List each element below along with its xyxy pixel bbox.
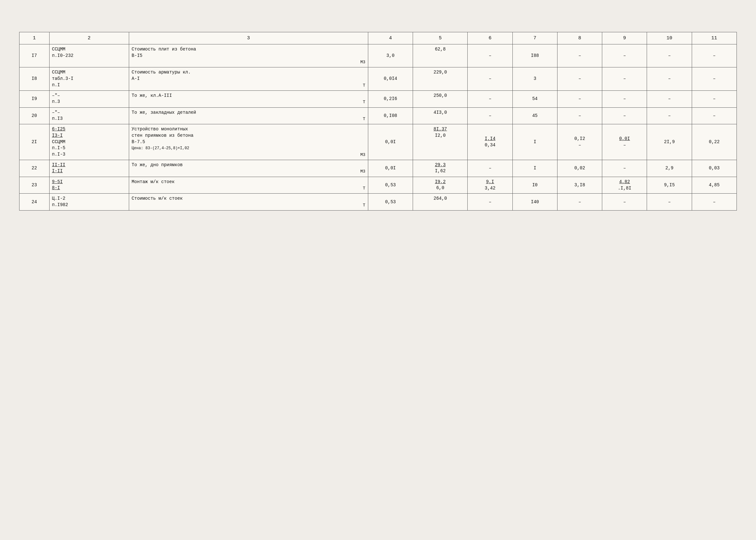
cell-row7-col7: I40 [513,194,557,210]
cell-row3-col7: 45 [513,107,557,124]
cell-row0-col8: – [557,45,602,68]
table-row: 24 Ц.I-2п.I982 Стоимость м/к стоекТ 0,53… [20,194,737,210]
cell-row7-col10: – [647,194,692,210]
cell-row5-col8: 0,02 [557,160,602,177]
col-header-4: 4 [368,32,413,45]
cell-row2-col1: I9 [20,90,50,107]
cell-row2-col6: – [468,90,513,107]
cell-row5-col1: 22 [20,160,50,177]
cell-row4-col3: Устройство монолитныхстен приямков из бе… [129,124,368,160]
cell-row6-col11: 4,85 [692,177,736,194]
cell-row3-col11: – [692,107,736,124]
table-row: 2I 6-I25I3-IССЦММп.I-5п.I-3 Устройство м… [20,124,737,160]
col-header-9: 9 [602,32,647,45]
cell-row7-col4: 0,53 [368,194,413,210]
cell-row6-col8: 3,I8 [557,177,602,194]
col-header-10: 10 [647,32,692,45]
cell-row5-col5: 29,3I,62 [413,160,468,177]
cell-row0-col1: I7 [20,45,50,68]
cell-row0-col9: – [602,45,647,68]
cell-row5-col11: 0,03 [692,160,736,177]
cell-row0-col6: – [468,45,513,68]
cell-row6-col9: 4,82.I,8I [602,177,647,194]
cell-row2-col11: – [692,90,736,107]
cell-row1-col11: – [692,68,736,90]
cell-row1-col4: 0,0I4 [368,68,413,90]
cell-row4-col9: 0,0I– [602,124,647,160]
col-header-2: 2 [49,32,129,45]
cell-row5-col6: – [468,160,513,177]
cell-row3-col2: –"–п.I3 [49,107,129,124]
cell-row3-col9: – [602,107,647,124]
cell-row6-col1: 23 [20,177,50,194]
cell-row1-col5: 229,0 [413,68,468,90]
col-header-6: 6 [468,32,513,45]
cell-row1-col6: – [468,68,513,90]
cell-row5-col7: I [513,160,557,177]
cell-row4-col4: 0,0I [368,124,413,160]
cell-row2-col4: 0,2I6 [368,90,413,107]
table-row: 22 II-III-II То же, дно приямковМ3 0,0I … [20,160,737,177]
col-header-3: 3 [129,32,368,45]
cell-row4-col7: I [513,124,557,160]
main-table: 1 2 3 4 5 6 7 8 9 10 11 I7 ССЦММп.I0-232… [19,32,737,210]
cell-row4-col6: I,I40,34 [468,124,513,160]
cell-row0-col5: 62,8 [413,45,468,68]
col-header-11: 11 [692,32,736,45]
col-header-5: 5 [413,32,468,45]
cell-row4-col10: 2I,9 [647,124,692,160]
cell-row2-col3: То же, кл.А-IIIТ [129,90,368,107]
cell-row6-col10: 9,I5 [647,177,692,194]
cell-row1-col3: Стоимость арматуры кл.А-IТ [129,68,368,90]
cell-row4-col2: 6-I25I3-IССЦММп.I-5п.I-3 [49,124,129,160]
cell-row7-col9: – [602,194,647,210]
cell-row0-col4: 3,0 [368,45,413,68]
cell-row3-col5: 4I3,0 [413,107,468,124]
cell-row4-col1: 2I [20,124,50,160]
col-header-8: 8 [557,32,602,45]
table-row: I8 ССЦММтабл.3-Iп.I Стоимость арматуры к… [20,68,737,90]
cell-row3-col1: 20 [20,107,50,124]
table-row: 20 –"–п.I3 То же, закладных деталейТ 0,I… [20,107,737,124]
cell-row7-col2: Ц.I-2п.I982 [49,194,129,210]
cell-row4-col5: 8I,37I2,0 [413,124,468,160]
cell-row7-col6: – [468,194,513,210]
cell-row2-col7: 54 [513,90,557,107]
cell-row4-col8: 0,I2– [557,124,602,160]
cell-row2-col10: – [647,90,692,107]
table-header-row: 1 2 3 4 5 6 7 8 9 10 11 [20,32,737,45]
cell-row3-col3: То же, закладных деталейТ [129,107,368,124]
table-row: I7 ССЦММп.I0-232 Стоимость плит из бетон… [20,45,737,68]
cell-row6-col4: 0,53 [368,177,413,194]
cell-row0-col11: – [692,45,736,68]
cell-row0-col7: I88 [513,45,557,68]
cell-row0-col2: ССЦММп.I0-232 [49,45,129,68]
cell-row5-col2: II-III-II [49,160,129,177]
cell-row6-col2: 9-5I8-I [49,177,129,194]
cell-row6-col3: Монтаж м/к стоекТ [129,177,368,194]
cell-row3-col6: – [468,107,513,124]
cell-row5-col10: 2,9 [647,160,692,177]
cell-row2-col2: –"–п.3 [49,90,129,107]
cell-row2-col9: – [602,90,647,107]
cell-row5-col9: – [602,160,647,177]
cell-row3-col8: – [557,107,602,124]
cell-row5-col4: 0,0I [368,160,413,177]
cell-row2-col8: – [557,90,602,107]
col-header-7: 7 [513,32,557,45]
cell-row0-col3: Стоимость плит из бетонаВ-I5М3 [129,45,368,68]
cell-row0-col10: – [647,45,692,68]
cell-row2-col5: 250,0 [413,90,468,107]
cell-row1-col8: – [557,68,602,90]
cell-row7-col3: Стоимость м/к стоекТ [129,194,368,210]
cell-row1-col1: I8 [20,68,50,90]
cell-row1-col2: ССЦММтабл.3-Iп.I [49,68,129,90]
cell-row7-col5: 264,0 [413,194,468,210]
table-row: 23 9-5I8-I Монтаж м/к стоекТ 0,53 I9,26,… [20,177,737,194]
cell-row1-col7: 3 [513,68,557,90]
cell-row1-col10: – [647,68,692,90]
cell-row1-col9: – [602,68,647,90]
table-row: I9 –"–п.3 То же, кл.А-IIIТ 0,2I6 250,0 –… [20,90,737,107]
cell-row3-col4: 0,I08 [368,107,413,124]
cell-row6-col6: 9,I3,42 [468,177,513,194]
